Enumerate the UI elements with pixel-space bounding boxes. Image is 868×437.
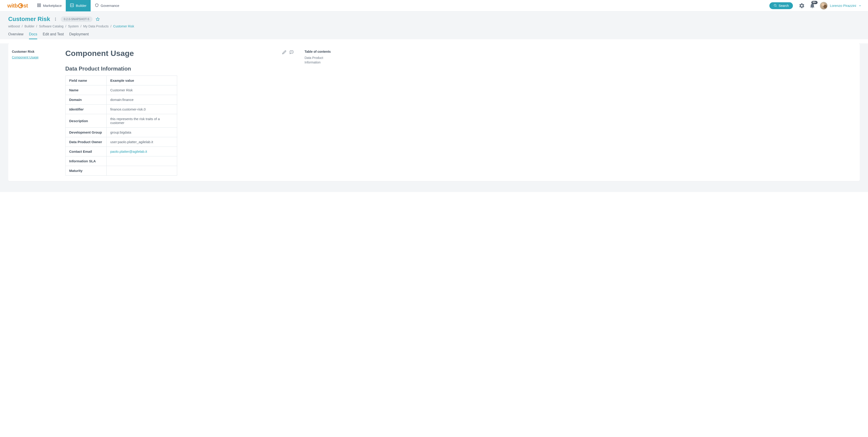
nav-label: Marketplace: [43, 4, 62, 7]
doc-sidebar: Customer Risk Component Usage: [8, 43, 58, 181]
table-row: Information SLA: [65, 156, 177, 166]
svg-point-5: [774, 4, 776, 6]
table-row: Development Groupgroup:bigdata: [65, 128, 177, 137]
doc-sidebar-heading: Customer Risk: [12, 50, 56, 54]
nav-marketplace[interactable]: Marketplace: [33, 0, 66, 11]
table-header: Example value: [106, 76, 177, 85]
table-row: Maturity: [65, 166, 177, 176]
subheader: Customer Risk 0.2.0-SNAPSHOT-5 witboost/…: [0, 11, 868, 39]
brand-logo: witbst: [7, 2, 28, 9]
doc-title: Component Usage: [65, 49, 282, 58]
nav-label: Builder: [76, 4, 87, 7]
svg-rect-4: [70, 4, 73, 7]
field-name: Development Group: [65, 128, 106, 137]
page-tabs: Overview Docs Edit and Test Deployment: [8, 32, 860, 39]
svg-rect-0: [38, 4, 39, 5]
breadcrumb-item[interactable]: witboost: [8, 25, 20, 28]
edit-doc-button[interactable]: [282, 50, 286, 55]
svg-rect-2: [38, 6, 39, 7]
search-icon: [773, 4, 777, 8]
bell-icon: [809, 5, 815, 9]
info-table: Field name Example value NameCustomer Ri…: [65, 75, 177, 176]
table-of-contents: Table of contents Data Product Informati…: [301, 43, 344, 181]
field-name: Description: [65, 114, 106, 128]
notification-badge: 99+: [811, 1, 817, 4]
username-label: Lorenzo Pirazzini: [830, 4, 856, 7]
field-name: Identifier: [65, 104, 106, 114]
doc-sidebar-link[interactable]: Component Usage: [12, 56, 39, 59]
avatar[interactable]: [820, 2, 828, 9]
search-label: Search: [779, 4, 789, 7]
field-value: [106, 166, 177, 176]
doc-section-heading: Data Product Information: [65, 65, 293, 72]
version-chip[interactable]: 0.2.0-SNAPSHOT-5: [61, 17, 93, 22]
gear-icon: [799, 5, 805, 9]
top-nav: witbst Marketplace Builder Governance Se…: [0, 0, 868, 11]
field-value: [106, 156, 177, 166]
nav-builder[interactable]: Builder: [66, 0, 91, 11]
breadcrumb-current: Customer Risk: [113, 25, 134, 28]
svg-point-8: [55, 20, 56, 21]
builder-icon: [70, 3, 74, 8]
breadcrumb-item[interactable]: System: [68, 25, 79, 28]
field-value: this represents the risk traits of a cus…: [106, 114, 177, 128]
settings-button[interactable]: [799, 3, 805, 9]
page-title: Customer Risk: [8, 15, 50, 23]
breadcrumb-item[interactable]: Builder: [24, 25, 34, 28]
table-row: Identifierfinance.customer-risk.0: [65, 104, 177, 114]
breadcrumb-item[interactable]: Software Catalog: [39, 25, 63, 28]
breadcrumb-item[interactable]: My Data Products: [83, 25, 109, 28]
feedback-button[interactable]: [289, 50, 293, 55]
toc-heading: Table of contents: [305, 50, 340, 54]
toc-link[interactable]: Data Product Information: [305, 56, 340, 65]
field-value: group:bigdata: [106, 128, 177, 137]
svg-rect-1: [39, 4, 41, 5]
field-name: Name: [65, 85, 106, 95]
email-link[interactable]: paolo.platter@agilelab.it: [110, 150, 147, 153]
doc-body: Component Usage Data Product Information…: [58, 43, 301, 181]
field-name: Maturity: [65, 166, 106, 176]
content-card: Customer Risk Component Usage Component …: [8, 43, 860, 181]
shield-icon: [95, 3, 99, 8]
svg-rect-3: [39, 6, 41, 7]
tab-overview[interactable]: Overview: [8, 32, 24, 39]
favorite-button[interactable]: [96, 17, 100, 21]
field-value: user:paolo.platter_agilelab.it: [106, 137, 177, 147]
table-row: Descriptionthis represents the risk trai…: [65, 114, 177, 128]
table-row: Domaindomain:finance: [65, 95, 177, 104]
table-row: Contact Emailpaolo.platter@agilelab.it: [65, 147, 177, 156]
tab-deployment[interactable]: Deployment: [69, 32, 89, 39]
field-name: Domain: [65, 95, 106, 104]
nav-governance[interactable]: Governance: [91, 0, 124, 11]
table-row: NameCustomer Risk: [65, 85, 177, 95]
nav-label: Governance: [101, 4, 119, 7]
table-row: Data Product Owneruser:paolo.platter_agi…: [65, 137, 177, 147]
tab-docs[interactable]: Docs: [29, 32, 37, 39]
svg-point-7: [55, 19, 56, 20]
svg-point-6: [55, 18, 56, 18]
field-name: Contact Email: [65, 147, 106, 156]
search-button[interactable]: Search: [769, 2, 793, 9]
field-value: domain:finance: [106, 95, 177, 104]
table-header: Field name: [65, 76, 106, 85]
marketplace-icon: [37, 3, 41, 8]
field-name: Information SLA: [65, 156, 106, 166]
field-value: Customer Risk: [106, 85, 177, 95]
page-actions-menu[interactable]: [54, 17, 58, 21]
breadcrumb: witboost/ Builder/ Software Catalog/ Sys…: [8, 25, 860, 28]
user-menu[interactable]: Lorenzo Pirazzini: [830, 4, 862, 7]
tab-edit-test[interactable]: Edit and Test: [43, 32, 64, 39]
field-value: finance.customer-risk.0: [106, 104, 177, 114]
field-name: Data Product Owner: [65, 137, 106, 147]
notifications-button[interactable]: 99+: [809, 3, 815, 9]
chevron-down-icon: [859, 4, 862, 7]
field-value[interactable]: paolo.platter@agilelab.it: [106, 147, 177, 156]
